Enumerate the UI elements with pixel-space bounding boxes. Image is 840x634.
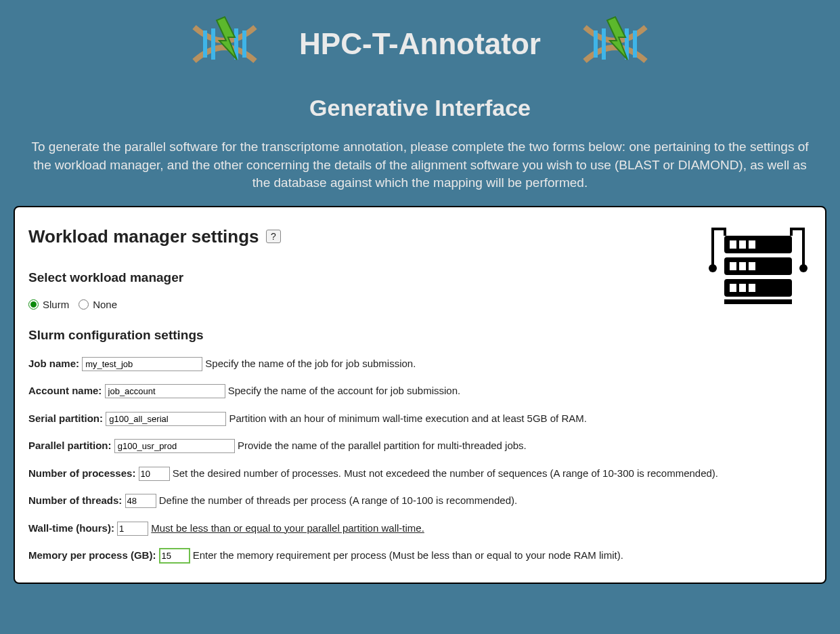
logo-right-icon bbox=[581, 14, 649, 75]
svg-rect-16 bbox=[739, 262, 746, 270]
svg-rect-20 bbox=[739, 284, 746, 292]
svg-rect-21 bbox=[749, 284, 755, 292]
serial-input[interactable] bbox=[106, 412, 226, 426]
svg-rect-11 bbox=[730, 240, 736, 249]
job-name-label: Job name: bbox=[28, 358, 79, 369]
serial-hint: Partition with an hour of minimum wall-t… bbox=[229, 413, 587, 424]
account-label: Account name: bbox=[28, 385, 102, 396]
field-job-name: Job name: Specify the name of the job fo… bbox=[28, 356, 812, 372]
intro-text: To generate the parallel software for th… bbox=[14, 138, 826, 192]
svg-rect-19 bbox=[730, 284, 736, 292]
parallel-label: Parallel partition: bbox=[28, 440, 112, 451]
page-title: HPC-T-Annotator bbox=[299, 27, 541, 61]
help-button[interactable]: ? bbox=[266, 230, 281, 243]
field-memory: Memory per process (GB): Enter the memor… bbox=[28, 548, 812, 564]
processes-label: Number of processes: bbox=[28, 467, 135, 479]
svg-rect-8 bbox=[633, 30, 637, 58]
field-serial-partition: Serial partition: Partition with an hour… bbox=[28, 411, 812, 427]
svg-point-23 bbox=[709, 264, 717, 272]
processes-hint: Set the desired number of processes. Mus… bbox=[173, 467, 718, 479]
walltime-input[interactable] bbox=[117, 522, 148, 536]
slurm-config-heading: Slurm configuration settings bbox=[28, 328, 812, 343]
svg-rect-5 bbox=[594, 30, 598, 58]
radio-slurm-label: Slurm bbox=[43, 299, 69, 310]
radio-none[interactable] bbox=[79, 299, 89, 310]
threads-hint: Define the number of threads per process… bbox=[159, 494, 517, 506]
select-manager-heading: Select workload manager bbox=[28, 270, 812, 285]
logo-left-icon bbox=[191, 14, 259, 75]
account-input[interactable] bbox=[105, 384, 225, 398]
memory-label: Memory per process (GB): bbox=[28, 549, 156, 561]
memory-input[interactable] bbox=[159, 548, 190, 564]
radio-none-label: None bbox=[93, 299, 117, 310]
memory-hint: Enter the memory requirement per process… bbox=[193, 549, 623, 561]
svg-rect-17 bbox=[749, 262, 755, 270]
field-parallel-partition: Parallel partition: Provide the name of … bbox=[28, 438, 812, 454]
serial-label: Serial partition: bbox=[28, 413, 103, 424]
svg-rect-12 bbox=[739, 240, 746, 249]
walltime-label: Wall-time (hours): bbox=[28, 522, 114, 534]
radio-slurm[interactable] bbox=[28, 299, 39, 310]
page-subtitle: Generative Interface bbox=[0, 95, 840, 121]
field-account: Account name: Specify the name of the ac… bbox=[28, 383, 812, 399]
manager-radio-group: Slurm None bbox=[28, 299, 812, 310]
job-name-input[interactable] bbox=[82, 357, 202, 371]
server-rack-icon bbox=[707, 224, 809, 312]
job-name-hint: Specify the name of the job for job subm… bbox=[205, 358, 416, 369]
svg-rect-13 bbox=[749, 240, 755, 249]
threads-label: Number of threads: bbox=[28, 494, 122, 506]
field-walltime: Wall-time (hours): Must be less than or … bbox=[28, 521, 812, 536]
parallel-hint: Provide the name of the parallel partiti… bbox=[238, 440, 527, 451]
field-processes: Number of processes: Set the desired num… bbox=[28, 466, 812, 482]
page-header: HPC-T-Annotator Generative Interface To … bbox=[0, 0, 840, 192]
svg-rect-6 bbox=[602, 28, 606, 60]
parallel-input[interactable] bbox=[114, 439, 235, 453]
svg-rect-15 bbox=[730, 262, 736, 270]
svg-rect-22 bbox=[724, 299, 792, 304]
svg-rect-0 bbox=[203, 30, 207, 58]
field-threads: Number of threads: Define the number of … bbox=[28, 493, 812, 509]
svg-point-24 bbox=[799, 264, 808, 272]
svg-rect-1 bbox=[211, 28, 215, 60]
card-title: Workload manager settings bbox=[28, 226, 259, 247]
svg-rect-3 bbox=[242, 30, 246, 58]
processes-input[interactable] bbox=[139, 467, 170, 481]
account-hint: Specify the name of the account for job … bbox=[228, 385, 461, 396]
threads-input[interactable] bbox=[125, 494, 156, 508]
workload-settings-card: Workload manager settings ? Select workl… bbox=[14, 206, 826, 585]
walltime-hint: Must be less than or equal to your paral… bbox=[151, 522, 424, 534]
